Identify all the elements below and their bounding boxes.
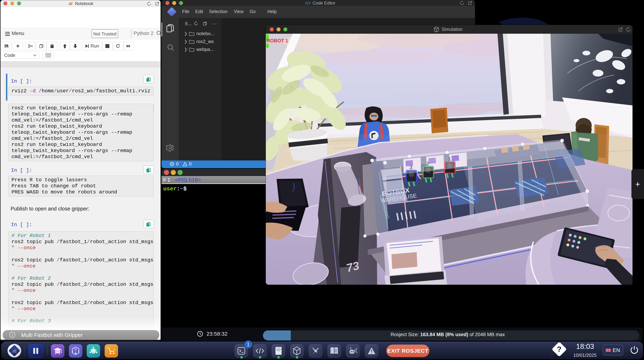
svg-text:ROBOT 1: ROBOT 1 bbox=[266, 38, 288, 43]
svg-text:jupyter: jupyter bbox=[276, 349, 281, 350]
svg-text:R: R bbox=[74, 348, 77, 351]
